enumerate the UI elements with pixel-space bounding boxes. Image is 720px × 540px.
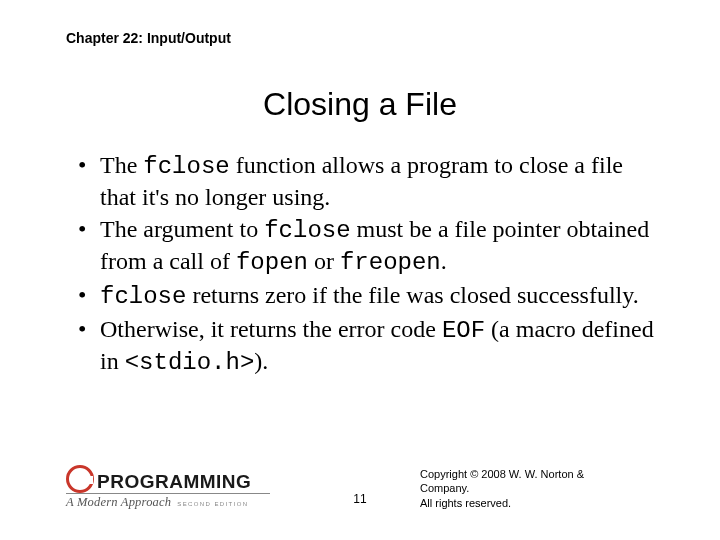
code-run: fclose: [143, 153, 229, 180]
code-run: <stdio.h>: [125, 349, 255, 376]
bullet-marker: •: [78, 280, 100, 312]
code-run: fopen: [236, 249, 308, 276]
text-run: returns zero if the file was closed succ…: [186, 282, 638, 308]
code-run: EOF: [442, 317, 485, 344]
bullet-item: • Otherwise, it returns the error code E…: [78, 314, 658, 378]
slide-title: Closing a File: [0, 86, 720, 123]
text-run: or: [308, 248, 340, 274]
code-run: fclose: [264, 217, 350, 244]
copyright-line: All rights reserved.: [420, 496, 630, 510]
bullet-text: fclose returns zero if the file was clos…: [100, 280, 658, 312]
bullet-marker: •: [78, 314, 100, 378]
code-run: fclose: [100, 283, 186, 310]
body-text: • The fclose function allows a program t…: [78, 150, 658, 380]
bullet-item: • fclose returns zero if the file was cl…: [78, 280, 658, 312]
text-run: Otherwise, it returns the error code: [100, 316, 442, 342]
c-icon: [66, 465, 94, 493]
footer: PROGRAMMING A Modern ApproachSECOND EDIT…: [0, 468, 720, 516]
bullet-marker: •: [78, 214, 100, 278]
bullet-text: Otherwise, it returns the error code EOF…: [100, 314, 658, 378]
text-run: The argument to: [100, 216, 264, 242]
copyright-line: Copyright © 2008 W. W. Norton & Company.: [420, 467, 630, 496]
bullet-item: • The argument to fclose must be a file …: [78, 214, 658, 278]
copyright: Copyright © 2008 W. W. Norton & Company.…: [420, 467, 630, 510]
bullet-text: The argument to fclose must be a file po…: [100, 214, 658, 278]
code-run: freopen: [340, 249, 441, 276]
bullet-text: The fclose function allows a program to …: [100, 150, 658, 212]
bullet-marker: •: [78, 150, 100, 212]
bullet-item: • The fclose function allows a program t…: [78, 150, 658, 212]
text-run: ).: [254, 348, 268, 374]
text-run: The: [100, 152, 143, 178]
slide: Chapter 22: Input/Output Closing a File …: [0, 0, 720, 540]
chapter-heading: Chapter 22: Input/Output: [66, 30, 231, 46]
logo-word: PROGRAMMING: [97, 471, 251, 493]
text-run: .: [441, 248, 447, 274]
logo-top-row: PROGRAMMING: [66, 465, 270, 493]
